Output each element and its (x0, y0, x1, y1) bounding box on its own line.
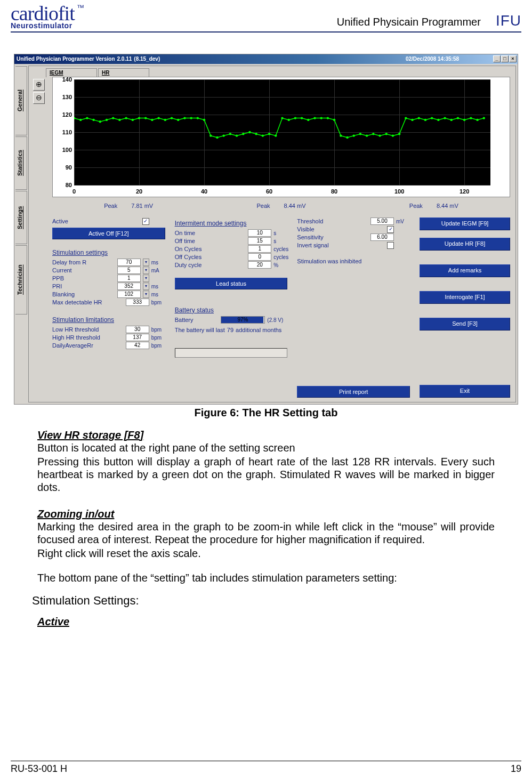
battery-voltage: (2.8 V) (267, 317, 287, 323)
setting-unit: bpm (151, 335, 165, 341)
sidetab-technician[interactable]: Technician (15, 245, 27, 315)
col-stimulation: Active✓ Active Off [F12] Stimulation set… (52, 217, 165, 398)
setting-value[interactable]: 5.00 (370, 217, 394, 225)
setting-value[interactable]: 102 (117, 291, 141, 298)
svg-point-12 (151, 118, 153, 120)
interrogate-button[interactable]: Interrogate [F1] (420, 291, 510, 304)
svg-point-42 (346, 136, 348, 138)
svg-point-63 (483, 117, 485, 119)
setting-unit: s (273, 238, 287, 244)
setting-row: Low HR threshold30bpm (52, 326, 165, 334)
app-window: Unified Physician Programmer Version 2.0… (14, 54, 518, 405)
add-remarks-button[interactable]: Add remarks (420, 264, 510, 277)
setting-label: High HR threshold (52, 334, 124, 341)
zoom-out-button[interactable]: ⊖ (33, 92, 45, 104)
svg-point-35 (301, 117, 303, 119)
setting-value[interactable]: 70 (117, 259, 141, 266)
setting-value[interactable]: 20 (248, 261, 271, 269)
col-actions: Update IEGM [F9] Update HR [F8] Add rema… (420, 217, 510, 398)
setting-value[interactable]: 137 (126, 334, 149, 341)
setting-value[interactable]: 352 (117, 283, 141, 290)
svg-point-21 (209, 134, 212, 136)
svg-point-18 (190, 117, 192, 119)
svg-point-62 (476, 118, 478, 120)
send-button[interactable]: Send [F3] (420, 318, 510, 330)
brand-logo: cardiofit™ Neurostimulator (11, 4, 84, 29)
svg-point-31 (275, 134, 277, 136)
svg-point-25 (236, 134, 238, 136)
y-tick: 80 (56, 182, 72, 188)
hr-chart[interactable]: 8090100110120130140020406080100120 (52, 77, 510, 197)
svg-point-20 (203, 118, 205, 120)
checkbox[interactable]: ✓ (387, 226, 394, 233)
active-checkbox[interactable]: ✓ (142, 218, 149, 225)
dropdown-icon[interactable]: ▾ (143, 267, 149, 274)
setting-value[interactable]: 30 (126, 326, 149, 333)
setting-label: Duty cycle (175, 262, 246, 268)
figure-caption: Figure 6: The HR Setting tab (11, 407, 521, 419)
heading-view-hr: View HR storage [F8] (37, 429, 495, 441)
svg-point-57 (444, 117, 446, 119)
svg-point-50 (398, 133, 400, 135)
trademark: ™ (77, 3, 84, 12)
footer-docid: RU-53-001 H (11, 763, 67, 775)
sidetab-settings[interactable]: Settings (15, 191, 27, 244)
paragraph: Marking the desired area in the graph to… (37, 520, 495, 546)
y-tick: 140 (56, 76, 72, 83)
svg-point-33 (288, 118, 290, 120)
setting-unit: bpm (151, 327, 165, 333)
peak-value: 8.44 mV (284, 203, 306, 209)
print-report-button[interactable]: Print report (297, 386, 410, 398)
dropdown-icon[interactable]: ▾ (143, 283, 149, 290)
paragraph: Pressing this button will display a grap… (37, 455, 495, 494)
window-minimize-button[interactable]: _ (493, 55, 501, 62)
setting-value[interactable]: 1 (248, 245, 271, 253)
battery-life-value: 79 (227, 327, 233, 333)
setting-value[interactable]: 15 (248, 237, 271, 245)
setting-unit: mV (396, 219, 410, 224)
svg-point-46 (372, 133, 374, 135)
dropdown-icon[interactable]: ▾ (143, 275, 149, 282)
dropdown-icon[interactable]: ▾ (143, 259, 149, 266)
setting-value[interactable]: 5 (117, 267, 141, 274)
zoom-in-button[interactable]: ⊕ (33, 79, 45, 91)
active-off-button[interactable]: Active Off [F12] (52, 228, 165, 239)
setting-value[interactable]: 1 (117, 275, 141, 282)
setting-value[interactable]: 333 (126, 299, 149, 306)
side-tab-strip: General Statistics Settings Technician (14, 64, 28, 404)
update-iegm-button[interactable]: Update IEGM [F9] (420, 217, 510, 230)
tab-hr[interactable]: HR (98, 68, 149, 77)
svg-point-60 (463, 118, 465, 120)
setting-label: Visible (297, 226, 385, 232)
svg-point-3 (92, 118, 94, 120)
svg-point-36 (307, 118, 309, 120)
setting-unit: s (273, 230, 287, 236)
setting-label: Blanking (52, 291, 115, 297)
footer-pagenum: 19 (511, 763, 521, 775)
y-tick: 130 (56, 94, 72, 100)
setting-label: DailyAverageRr (52, 342, 124, 349)
col-threshold: Threshold5.00mVVisible✓Sensitivity6.00In… (297, 217, 410, 398)
setting-value[interactable]: 10 (248, 229, 271, 237)
setting-unit: ms (151, 284, 165, 289)
setting-value[interactable]: 0 (248, 253, 271, 261)
setting-value[interactable]: 6.00 (370, 233, 394, 241)
y-tick: 110 (56, 129, 72, 135)
svg-point-49 (392, 134, 394, 136)
setting-value[interactable]: 42 (126, 342, 149, 349)
battery-life-post: additional months (236, 327, 281, 333)
exit-button[interactable]: Exit (420, 385, 510, 398)
setting-row: Invert signal (297, 241, 410, 249)
sidetab-statistics[interactable]: Statistics (15, 136, 27, 190)
setting-row: High HR threshold137bpm (52, 334, 165, 342)
setting-unit: bpm (151, 300, 165, 305)
lead-status-button[interactable]: Lead status (175, 278, 288, 289)
setting-label: Delay from R (52, 259, 115, 265)
dropdown-icon[interactable]: ▾ (143, 291, 149, 298)
checkbox[interactable] (387, 242, 394, 249)
sidetab-general[interactable]: General (15, 66, 27, 135)
window-close-button[interactable]: × (509, 55, 517, 62)
update-hr-button[interactable]: Update HR [F8] (420, 238, 510, 251)
window-maximize-button[interactable]: □ (501, 55, 509, 62)
svg-point-32 (281, 117, 283, 119)
